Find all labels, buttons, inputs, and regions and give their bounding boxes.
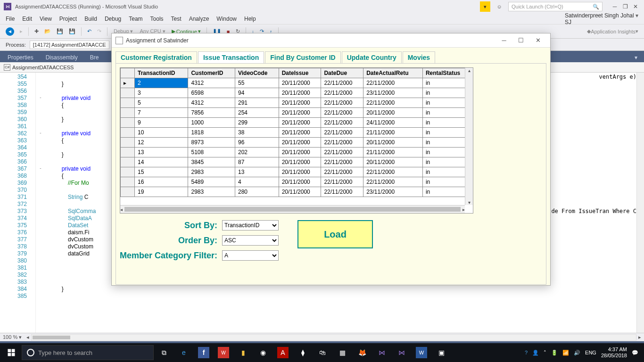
- volume-icon[interactable]: 🔊: [574, 350, 580, 356]
- tab-disassembly[interactable]: Disassembly: [40, 52, 83, 62]
- menu-build[interactable]: Build: [84, 16, 97, 22]
- notification-flag-icon[interactable]: ▾: [480, 1, 490, 12]
- open-icon[interactable]: 📂: [42, 26, 53, 37]
- vertical-scrollbar[interactable]: [636, 62, 644, 333]
- menu-file[interactable]: File: [6, 16, 15, 22]
- table-row[interactable]: 1529831320/11/200022/11/200022/11/2000in: [121, 167, 473, 177]
- nav-back-icon[interactable]: ◄: [6, 27, 14, 36]
- menu-view[interactable]: View: [40, 16, 52, 22]
- dialog-maximize-button[interactable]: ☐: [512, 35, 529, 46]
- table-row[interactable]: 5431229120/11/200022/11/200022/11/2000in: [121, 98, 473, 108]
- menu-window[interactable]: Window: [216, 16, 237, 22]
- filter-select[interactable]: A: [222, 250, 279, 261]
- dropbox-icon[interactable]: ⧫: [293, 343, 312, 362]
- dialog-tab-2[interactable]: Find By Customer ID: [265, 51, 340, 63]
- clock-time: 4:37 AM: [601, 346, 627, 353]
- grid-hscroll[interactable]: ◂▸: [120, 205, 465, 213]
- zoom-dropdown[interactable]: 100 % ▾: [3, 334, 26, 340]
- chrome-icon[interactable]: ◉: [254, 343, 272, 362]
- outline-gutter[interactable]: ---: [36, 62, 45, 333]
- table-row[interactable]: 365989420/11/200022/11/200023/11/2000in: [121, 88, 473, 98]
- table-row[interactable]: 1289739620/11/200022/11/200020/11/2000in: [121, 138, 473, 148]
- wps-icon[interactable]: W: [218, 347, 229, 358]
- facebook-icon[interactable]: f: [198, 347, 209, 358]
- dialog-tab-1[interactable]: Issue Transaction: [198, 51, 264, 63]
- close-button[interactable]: ✕: [631, 2, 640, 11]
- table-row[interactable]: 19298328020/11/200022/11/200023/11/2000i…: [121, 187, 473, 197]
- task-view-icon[interactable]: ⧉: [155, 343, 173, 362]
- wifi-icon[interactable]: 📶: [562, 350, 569, 356]
- svg-rect-1: [12, 349, 15, 353]
- explorer-icon[interactable]: ▮: [234, 343, 253, 362]
- minimize-button[interactable]: ─: [610, 2, 619, 11]
- order-by-label: Order By:: [178, 236, 217, 246]
- acrobat-icon[interactable]: A: [277, 347, 289, 358]
- menu-help[interactable]: Help: [244, 16, 256, 22]
- load-button[interactable]: Load: [297, 220, 373, 248]
- save-icon[interactable]: 💾: [55, 26, 65, 37]
- tab-breakpoints[interactable]: Bre: [84, 52, 105, 62]
- table-row[interactable]: 165489420/11/200022/11/200022/11/2000in: [121, 177, 473, 187]
- grid-vscroll[interactable]: ▴▾: [465, 68, 473, 205]
- snip-icon[interactable]: ▣: [432, 343, 451, 362]
- assignment-dialog: Assignment of Satwinder ─ ☐ ✕ Customer R…: [111, 33, 551, 286]
- tab-overflow-icon[interactable]: ▾: [629, 52, 643, 62]
- new-item-icon[interactable]: ✚: [33, 26, 41, 37]
- signed-in-user[interactable]: Satwinderpreet Singh Johal ▾ SJ: [565, 12, 638, 25]
- data-grid[interactable]: TransactionIDCustomerIDVideoCodeDateIssu…: [120, 67, 473, 214]
- scroll-left-icon[interactable]: ◂: [26, 334, 29, 340]
- table-row[interactable]: 1018183820/11/200022/11/200021/11/2000in: [121, 128, 473, 138]
- system-tray: ? 👤 ˄ 🔋 📶 🔊 ENG 4:37 AM 28/05/2018 💬: [525, 346, 642, 359]
- people-icon[interactable]: 👤: [532, 350, 539, 356]
- horizontal-scrollbar[interactable]: [31, 334, 636, 341]
- process-selector[interactable]: [14172] AssignmentDATAACCE: [30, 41, 109, 49]
- table-row[interactable]: ▸243125520/11/200022/11/200022/11/2000in: [121, 78, 473, 88]
- gimp-icon[interactable]: 🦊: [353, 343, 372, 362]
- menu-analyze[interactable]: Analyze: [189, 16, 209, 22]
- taskbar-search[interactable]: Type here to search: [22, 345, 154, 360]
- vs-installer-icon[interactable]: ⋈: [372, 343, 391, 362]
- dialog-tab-0[interactable]: Customer Registration: [116, 51, 197, 63]
- sort-by-select[interactable]: TransactionID: [222, 220, 279, 230]
- language-indicator[interactable]: ENG: [585, 350, 596, 355]
- menu-test[interactable]: Test: [171, 16, 182, 22]
- table-row[interactable]: 13510820220/11/200022/11/200021/11/2000i…: [121, 148, 473, 157]
- vs-icon[interactable]: ⋈: [392, 343, 411, 362]
- dialog-close-button[interactable]: ✕: [529, 35, 546, 46]
- feedback-icon[interactable]: ☺: [494, 1, 504, 12]
- dialog-tab-3[interactable]: Update Country: [342, 51, 402, 63]
- menu-project[interactable]: Project: [59, 16, 77, 22]
- quick-launch-input[interactable]: Quick Launch (Ctrl+Q) 🔍: [508, 2, 603, 11]
- redo-icon[interactable]: ↷: [95, 26, 103, 37]
- start-button[interactable]: [2, 343, 21, 362]
- menu-debug[interactable]: Debug: [105, 16, 121, 22]
- store-icon[interactable]: 🛍: [313, 343, 332, 362]
- dialog-minimize-button[interactable]: ─: [495, 35, 512, 46]
- table-row[interactable]: 9100029920/11/200022/11/200024/11/2000in: [121, 118, 473, 128]
- menu-team[interactable]: Team: [129, 16, 142, 22]
- save-all-icon[interactable]: 💾: [67, 26, 77, 37]
- battery-icon[interactable]: 🔋: [551, 350, 558, 356]
- clock[interactable]: 4:37 AM 28/05/2018: [601, 346, 627, 359]
- help-icon[interactable]: ?: [525, 350, 528, 355]
- notifications-icon[interactable]: 💬: [632, 350, 638, 356]
- menu-tools[interactable]: Tools: [150, 16, 164, 22]
- undo-icon[interactable]: ↶: [85, 26, 93, 37]
- word-icon[interactable]: W: [416, 347, 427, 358]
- tab-properties[interactable]: Properties: [2, 52, 39, 62]
- dialog-title: Assignment of Satwinder: [126, 37, 189, 44]
- tray-chevron-icon[interactable]: ˄: [544, 350, 546, 356]
- edge-icon[interactable]: e: [174, 343, 193, 362]
- app-insights-dropdown[interactable]: ◆ Application Insights ▾: [585, 26, 640, 37]
- app-icon[interactable]: ▦: [333, 343, 352, 362]
- table-row[interactable]: 7785625420/11/200022/11/200020/11/2000in: [121, 108, 473, 118]
- dialog-tab-4[interactable]: Movies: [403, 51, 435, 63]
- menu-edit[interactable]: Edit: [22, 16, 32, 22]
- restore-button[interactable]: ❐: [620, 2, 630, 11]
- controls-row: Sort By: TransactionID Order By: ASC Mem…: [120, 220, 542, 261]
- order-by-select[interactable]: ASC: [222, 235, 279, 246]
- nav-fwd-icon[interactable]: ▸: [18, 26, 25, 37]
- table-row[interactable]: 1438458720/11/200022/11/200020/11/2000in: [121, 157, 473, 167]
- scroll-right-icon[interactable]: ▸: [638, 334, 641, 340]
- search-icon: 🔍: [593, 4, 599, 10]
